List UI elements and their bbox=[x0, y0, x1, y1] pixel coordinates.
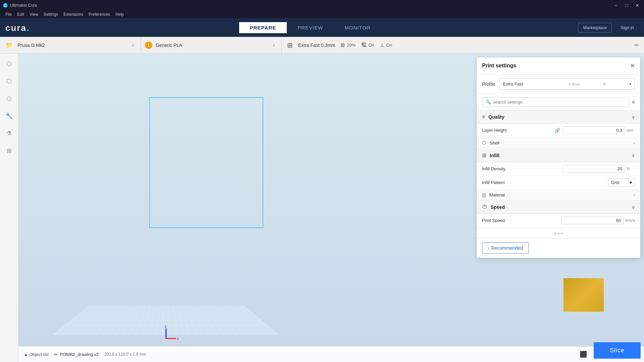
header-right: Marketplace Sign in bbox=[578, 23, 639, 33]
tool-mirror[interactable]: ⚗ bbox=[3, 127, 15, 139]
supports-icon: 🏗 bbox=[361, 42, 367, 48]
profile-icon: ⊞ bbox=[287, 41, 293, 49]
infill-title: Infill bbox=[490, 153, 632, 158]
menubar: File Edit View Settings Extensions Prefe… bbox=[0, 11, 644, 18]
tool-shapes[interactable]: ⬡ bbox=[3, 58, 15, 70]
quality-icon: ≡ bbox=[482, 114, 485, 120]
infill-icon: ⊠ bbox=[340, 42, 345, 48]
minimize-button[interactable]: − bbox=[612, 1, 620, 9]
menu-preferences[interactable]: Preferences bbox=[86, 11, 113, 17]
infill-pattern-chevron-icon: ▾ bbox=[630, 180, 632, 185]
layer-height-unit: mm bbox=[627, 128, 635, 133]
svg-text:X: X bbox=[177, 337, 179, 341]
object-dimensions: 100.8 x 120.0 x 2.9 mm bbox=[104, 352, 146, 357]
object-list-toggle[interactable]: ▲ Object list bbox=[24, 352, 49, 357]
search-input-wrap: 🔍 bbox=[482, 97, 629, 107]
profile-value: Extra Fast bbox=[503, 81, 523, 86]
tool-support[interactable]: ⊞ bbox=[3, 145, 15, 157]
search-icon: 🔍 bbox=[486, 100, 491, 105]
search-input[interactable] bbox=[493, 100, 626, 105]
profile-dropdown[interactable]: Extra Fast · 0.3mm ★ ▾ bbox=[499, 78, 635, 89]
panel-header: Print settings ✕ bbox=[477, 57, 640, 74]
section-quality[interactable]: ≡ Quality ∨ bbox=[477, 111, 640, 124]
infill-density-row: Infill Density % bbox=[477, 162, 640, 176]
filter-icon[interactable]: ≡ bbox=[632, 99, 635, 105]
menu-view[interactable]: View bbox=[27, 11, 41, 17]
object-item-name: PI3MK2_drawing v2 bbox=[60, 352, 99, 357]
slice-button[interactable]: Slice bbox=[594, 342, 641, 359]
tab-preview[interactable]: PREVIEW bbox=[287, 22, 334, 33]
tab-prepare[interactable]: PREPARE bbox=[239, 22, 287, 33]
print-speed-unit: mm/s bbox=[625, 218, 635, 223]
menu-edit[interactable]: Edit bbox=[14, 11, 27, 17]
shell-subsection[interactable]: ⬡ Shell ‹ bbox=[477, 137, 640, 149]
recommended-label: Recommended bbox=[491, 245, 523, 251]
shell-chevron-icon: ‹ bbox=[634, 140, 635, 145]
dots-indicator: • • • bbox=[477, 229, 640, 238]
model-outline bbox=[149, 97, 263, 228]
marketplace-button[interactable]: Marketplace bbox=[578, 23, 612, 33]
tab-monitor[interactable]: MONITOR bbox=[334, 22, 381, 33]
adhesion-setting: ⊥ On bbox=[380, 42, 392, 48]
profile-name: Extra Fast 0.3mm bbox=[298, 43, 335, 48]
printer-name: Prusa i3 Mk2 bbox=[17, 43, 126, 48]
supports-setting: 🏗 On bbox=[361, 42, 374, 48]
nav-tabs: PREPARE PREVIEW MONITOR bbox=[42, 22, 578, 33]
printer-nav-prev[interactable]: ‹ bbox=[129, 41, 137, 50]
app-icon: C bbox=[3, 3, 8, 8]
material-subsection[interactable]: ||| Material ‹ bbox=[477, 189, 640, 201]
material-section-title: Material bbox=[489, 192, 634, 197]
material-badge: 1 bbox=[145, 42, 152, 49]
menu-help[interactable]: Help bbox=[113, 11, 127, 17]
infill-pattern-row: Infill Pattern Grid ▾ bbox=[477, 176, 640, 189]
speed-chevron-icon: ∨ bbox=[632, 204, 635, 210]
shell-title: Shell bbox=[490, 140, 634, 145]
infill-density-input[interactable] bbox=[563, 165, 625, 173]
toolbar: 📁 Prusa i3 Mk2 ‹ 1 Generic PLA ‹ ⊞ Extra… bbox=[0, 37, 644, 54]
speed-icon: ⏱ bbox=[482, 204, 487, 210]
profile-chevron-icon: ▾ bbox=[629, 82, 631, 86]
tool-scale[interactable]: ⬡ bbox=[3, 93, 15, 105]
menu-file[interactable]: File bbox=[3, 11, 14, 17]
folder-icon[interactable]: 📁 bbox=[4, 40, 14, 50]
edit-settings-button[interactable]: ✏ bbox=[634, 42, 639, 48]
panel-footer: ‹ Recommended bbox=[477, 238, 640, 258]
layer-height-input[interactable] bbox=[563, 126, 625, 134]
infill-chevron-icon: ∨ bbox=[632, 153, 635, 158]
material-name: Generic PLA bbox=[156, 43, 267, 48]
transform-cube[interactable]: ⬛ bbox=[578, 349, 588, 359]
profile-subtext-value: 0.3mm bbox=[569, 82, 580, 86]
section-infill[interactable]: ⊞ Infill ∨ bbox=[477, 149, 640, 162]
adhesion-icon: ⊥ bbox=[380, 42, 384, 48]
close-button[interactable]: ✕ bbox=[633, 1, 641, 9]
signin-button[interactable]: Sign in bbox=[616, 23, 639, 32]
speed-title: Speed bbox=[491, 204, 632, 210]
print-speed-row: Print Speed mm/s bbox=[477, 214, 640, 227]
object-item: ✏ PI3MK2_drawing v2 bbox=[54, 352, 99, 357]
app-title: Ultimaker Cura bbox=[10, 3, 612, 8]
infill-density-label: Infill Density bbox=[482, 166, 563, 171]
tool-rotate[interactable]: 🔧 bbox=[3, 110, 15, 122]
infill-pattern-label: Infill Pattern bbox=[482, 180, 608, 185]
infill-value: 20% bbox=[347, 43, 356, 48]
print-speed-value-wrap: mm/s bbox=[561, 217, 635, 224]
svg-text:Z: Z bbox=[165, 325, 167, 328]
infill-setting: ⊠ 20% bbox=[340, 42, 356, 48]
infill-density-value-wrap: % bbox=[563, 165, 635, 173]
settings-list: ≡ Quality ∨ Layer Height 🔗 mm ⬡ Shell ‹ … bbox=[477, 111, 640, 229]
infill-pattern-dropdown[interactable]: Grid ▾ bbox=[608, 178, 635, 186]
print-speed-input[interactable] bbox=[561, 217, 624, 224]
menu-extensions[interactable]: Extensions bbox=[61, 11, 86, 17]
section-speed[interactable]: ⏱ Speed ∨ bbox=[477, 201, 640, 214]
recommended-button[interactable]: ‹ Recommended bbox=[482, 242, 529, 254]
material-nav-prev[interactable]: ‹ bbox=[270, 41, 277, 50]
menu-settings[interactable]: Settings bbox=[41, 11, 61, 17]
quality-title: Quality bbox=[488, 114, 632, 120]
adhesion-value: On bbox=[386, 43, 392, 48]
panel-close-button[interactable]: ✕ bbox=[630, 62, 635, 69]
tool-move[interactable]: ⬡ bbox=[3, 75, 15, 87]
maximize-button[interactable]: □ bbox=[623, 1, 631, 9]
profile-label: Profile bbox=[482, 81, 495, 87]
infill-pattern-value: Grid bbox=[611, 180, 628, 185]
model-object bbox=[564, 278, 604, 312]
